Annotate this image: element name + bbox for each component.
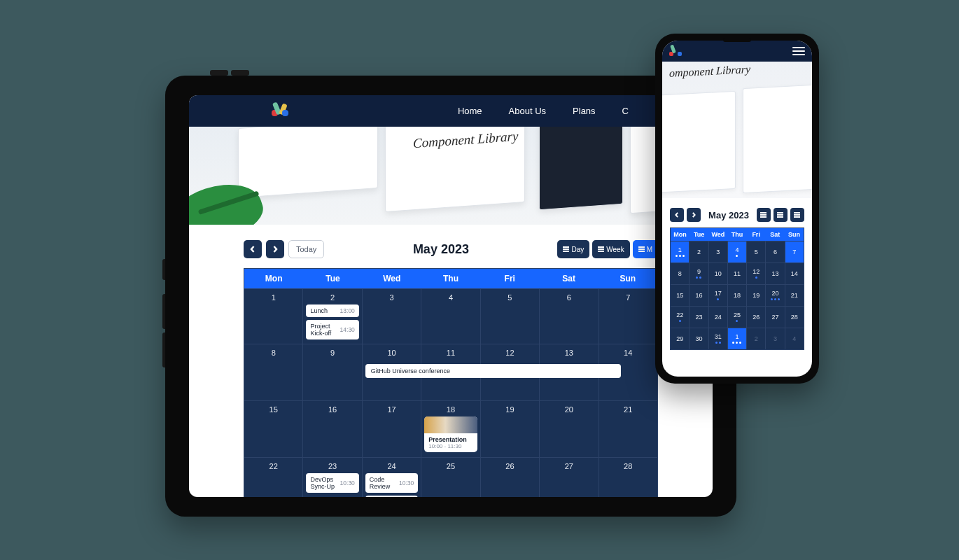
calendar-event[interactable]: Code Review10:30 — [365, 473, 418, 493]
calendar-day[interactable]: 3 — [766, 328, 785, 349]
calendar-day[interactable]: 8 — [244, 344, 303, 400]
calendar-event[interactable]: Usability Testing16:45 — [365, 496, 418, 497]
calendar-day[interactable]: 22 — [244, 458, 303, 497]
calendar-day[interactable]: 3 — [363, 289, 421, 344]
calendar-day[interactable]: 9 — [690, 263, 708, 284]
calendar-day[interactable]: 17 — [363, 401, 421, 457]
calendar-day[interactable]: 6 — [766, 241, 785, 262]
calendar-day[interactable]: 19 — [481, 401, 540, 457]
event-dots — [732, 342, 741, 344]
calendar-day[interactable]: 21 — [599, 401, 657, 457]
nav-plans[interactable]: Plans — [573, 106, 596, 116]
calendar-day[interactable]: 16 — [303, 401, 362, 457]
calendar-day[interactable]: 23DevOps Sync-Up10:30 — [303, 458, 362, 497]
calendar-day[interactable]: 4 — [785, 328, 804, 349]
view-button[interactable] — [757, 208, 771, 222]
list-icon — [794, 214, 800, 216]
today-button[interactable]: Today — [288, 240, 324, 258]
calendar-day[interactable]: 13 — [766, 263, 785, 284]
calendar-day[interactable]: 1 — [728, 328, 747, 349]
calendar-day[interactable]: 17 — [709, 285, 728, 306]
calendar-event[interactable]: Project Kick-off14:30 — [306, 320, 358, 340]
calendar-day[interactable]: 21 — [785, 285, 804, 306]
calendar-day[interactable]: 28 — [599, 458, 657, 497]
calendar-day[interactable]: 20 — [540, 401, 598, 457]
day-number: 21 — [602, 405, 654, 414]
calendar-day[interactable]: 3 — [709, 241, 728, 262]
calendar-day[interactable]: 5 — [747, 241, 766, 262]
dow-header: Mon — [671, 228, 690, 241]
hamburger-menu-button[interactable] — [792, 47, 805, 55]
calendar-day[interactable]: 24 — [709, 307, 728, 328]
calendar-day[interactable]: 14 — [785, 263, 804, 284]
calendar-day[interactable]: 27 — [540, 458, 598, 497]
calendar-day[interactable]: 18 — [728, 285, 747, 306]
calendar-day[interactable]: 28 — [785, 307, 804, 328]
day-number: 23 — [695, 314, 702, 321]
prev-month-button[interactable] — [244, 240, 262, 258]
calendar-event-span[interactable]: GitHub Universe conference — [365, 364, 621, 378]
calendar-day[interactable]: 10 — [709, 263, 728, 284]
nav-about[interactable]: About Us — [509, 106, 546, 116]
nav-home[interactable]: Home — [458, 106, 482, 116]
calendar-day[interactable]: 6 — [540, 289, 598, 344]
calendar-day[interactable]: 22 — [671, 307, 690, 328]
calendar-event[interactable]: DevOps Sync-Up10:30 — [306, 473, 358, 493]
calendar-day[interactable]: 5 — [481, 289, 540, 344]
calendar-day[interactable]: 23 — [690, 307, 708, 328]
calendar-day[interactable]: 9 — [303, 344, 362, 400]
calendar-day[interactable]: 29 — [671, 328, 690, 349]
view-day-button[interactable]: Day — [557, 240, 589, 258]
nav-more[interactable]: C — [622, 106, 629, 116]
day-number: 6 — [774, 249, 777, 255]
calendar-day[interactable]: 25 — [728, 307, 747, 328]
day-number: 19 — [752, 293, 760, 299]
calendar-day[interactable]: 1 — [244, 289, 303, 344]
calendar-event[interactable]: Lunch13:00 — [306, 304, 358, 317]
day-number: 23 — [306, 462, 358, 470]
calendar-day[interactable]: 2 — [747, 328, 766, 349]
next-month-button[interactable] — [266, 240, 284, 258]
calendar-day[interactable]: 19 — [747, 285, 766, 306]
view-button[interactable] — [774, 208, 788, 222]
calendar-day[interactable]: 2Lunch13:00Project Kick-off14:30 — [303, 289, 362, 344]
calendar-day[interactable]: 15 — [671, 285, 690, 306]
calendar-day[interactable]: 26 — [481, 458, 540, 497]
day-number: 20 — [772, 290, 779, 297]
day-number: 29 — [676, 336, 683, 342]
calendar-day[interactable]: 4 — [728, 241, 747, 262]
calendar-day[interactable]: 16 — [690, 285, 708, 306]
calendar-day[interactable]: 30 — [690, 328, 708, 349]
calendar-day[interactable]: 24Code Review10:30Usability Testing16:45 — [363, 458, 421, 497]
day-number: 15 — [247, 405, 300, 414]
day-number: 10 — [715, 271, 722, 277]
dow-header: Tue — [690, 228, 708, 241]
calendar-day[interactable]: 25 — [421, 458, 480, 497]
day-number: 13 — [542, 349, 595, 357]
calendar-day[interactable]: 4 — [421, 289, 480, 344]
calendar-title: May 2023 — [413, 242, 469, 257]
dow-header: Sun — [785, 228, 804, 241]
calendar-day[interactable]: 7 — [785, 241, 804, 262]
calendar-day[interactable]: 26 — [747, 307, 766, 328]
next-month-button[interactable] — [687, 208, 701, 222]
tablet-screen: Home About Us Plans C Component Library … — [189, 95, 713, 497]
calendar-day[interactable]: 11 — [728, 263, 747, 284]
calendar-day[interactable]: 7 — [599, 289, 657, 344]
calendar-day[interactable]: 15 — [244, 401, 303, 457]
calendar-event-card[interactable]: Presentation10:00 - 11:30 — [424, 416, 477, 452]
calendar-day[interactable]: 12 — [747, 263, 766, 284]
calendar-day[interactable]: 18Presentation10:00 - 11:30 — [421, 401, 480, 457]
calendar-day[interactable]: 2 — [690, 241, 708, 262]
calendar-day[interactable]: 1 — [671, 241, 690, 262]
calendar-day[interactable]: 10GitHub Universe conference — [363, 344, 421, 400]
calendar-day[interactable]: 31 — [709, 328, 728, 349]
view-month-button[interactable]: M — [633, 240, 658, 258]
view-week-button[interactable]: Week — [592, 240, 629, 258]
calendar-day[interactable]: 20 — [766, 285, 785, 306]
prev-month-button[interactable] — [670, 208, 684, 222]
calendar-day[interactable]: 27 — [766, 307, 785, 328]
calendar-day[interactable]: 8 — [671, 263, 690, 284]
view-button[interactable] — [790, 208, 804, 222]
dow-header: Fri — [747, 228, 766, 241]
